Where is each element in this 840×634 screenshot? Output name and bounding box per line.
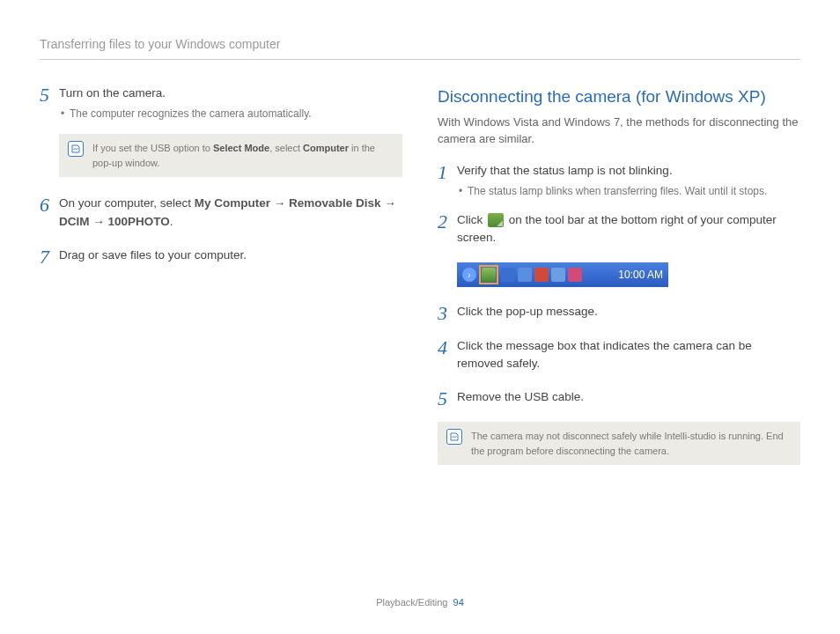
safely-remove-icon <box>488 213 504 227</box>
step-number: 4 <box>438 337 457 358</box>
step-body: Verify that the status lamp is not blink… <box>457 162 800 199</box>
step-text: On your computer, select My Computer → R… <box>59 195 402 231</box>
step-subtext: The computer recognizes the camera autom… <box>59 106 402 122</box>
step-3: 3 Click the pop-up message. <box>438 303 800 324</box>
step-5-right: 5 Remove the USB cable. <box>438 388 800 409</box>
step-text: Drag or save files to your computer. <box>59 247 402 264</box>
step-number: 6 <box>40 195 59 216</box>
tray-clock: 10:00 AM <box>618 267 663 283</box>
safely-remove-tray-icon <box>482 268 496 282</box>
step-text: Click the pop-up message. <box>457 303 800 321</box>
step-text: Verify that the status lamp is not blink… <box>457 162 800 180</box>
step-2: 2 Click on the tool bar at the bottom ri… <box>438 211 800 251</box>
step-7: 7 Drag or save files to your computer. <box>40 247 402 268</box>
step-subtext: The status lamp blinks when transferring… <box>457 183 800 199</box>
tray-icon <box>501 268 515 282</box>
footer-page-number: 94 <box>453 597 464 608</box>
step-text: Remove the USB cable. <box>457 388 800 406</box>
tray-highlight <box>479 265 498 284</box>
tray-icon <box>518 268 532 282</box>
step-4: 4 Click the message box that indicates t… <box>438 337 800 377</box>
note-text: If you set the USB option to Select Mode… <box>92 141 394 170</box>
note-text: The camera may not disconnect safely whi… <box>471 429 792 458</box>
note-icon <box>68 141 84 157</box>
step-number: 2 <box>438 211 457 232</box>
step-6: 6 On your computer, select My Computer →… <box>40 195 402 234</box>
step-text: Click on the tool bar at the bottom righ… <box>457 211 800 247</box>
note-icon <box>446 429 462 445</box>
taskbar-screenshot: › 10:00 AM <box>457 262 668 287</box>
step-5: 5 Turn on the camera. The computer recog… <box>40 85 402 122</box>
tray-expand-icon: › <box>462 268 476 282</box>
step-number: 5 <box>438 388 457 409</box>
note-usb-option: If you set the USB option to Select Mode… <box>59 134 402 177</box>
tray-icon <box>551 268 565 282</box>
footer-section: Playback/Editing <box>376 597 447 608</box>
section-heading: Disconnecting the camera (for Windows XP… <box>438 85 800 110</box>
section-subtext: With Windows Vista and Windows 7, the me… <box>438 114 800 148</box>
step-number: 1 <box>438 162 457 183</box>
step-number: 3 <box>438 303 457 324</box>
tray-icon <box>534 268 549 282</box>
tray-icon <box>568 268 582 282</box>
step-1: 1 Verify that the status lamp is not bli… <box>438 162 800 199</box>
note-intelli-studio: The camera may not disconnect safely whi… <box>438 422 800 465</box>
step-number: 7 <box>40 247 59 268</box>
page-footer: Playback/Editing 94 <box>0 595 840 610</box>
right-column: Disconnecting the camera (for Windows XP… <box>438 85 800 483</box>
step-number: 5 <box>40 85 59 106</box>
left-column: 5 Turn on the camera. The computer recog… <box>40 85 402 483</box>
step-text: Click the message box that indicates the… <box>457 337 800 373</box>
step-body: Turn on the camera. The computer recogni… <box>59 85 402 122</box>
content-columns: 5 Turn on the camera. The computer recog… <box>40 85 800 483</box>
step-text: Turn on the camera. <box>59 85 402 102</box>
page-header: Transferring files to your Windows compu… <box>40 35 800 60</box>
